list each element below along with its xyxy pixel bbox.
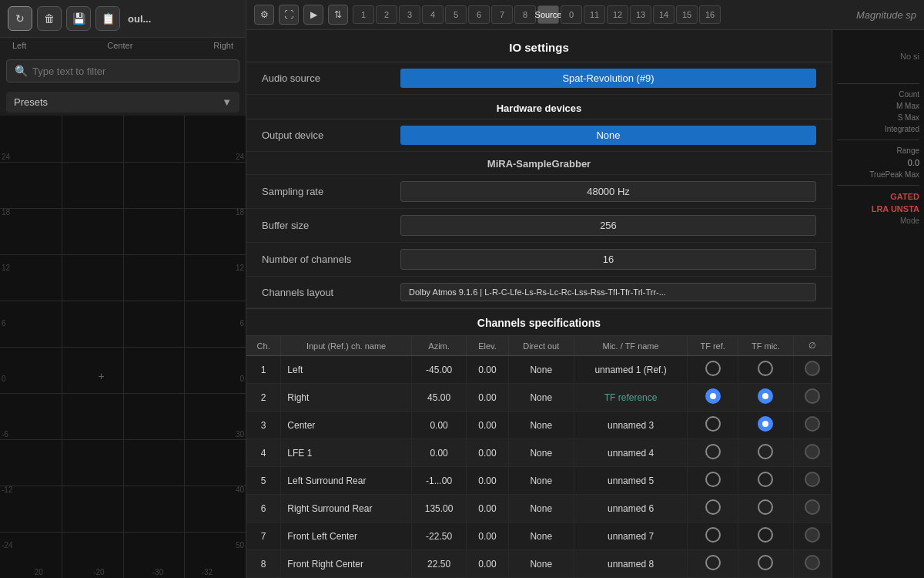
ch-tab-0[interactable]: 0 <box>561 5 582 24</box>
expand-icon[interactable]: ⛶ <box>279 5 299 25</box>
cell-direct: None <box>508 439 574 467</box>
cell-tf-mic[interactable] <box>738 523 794 550</box>
mute-circle[interactable] <box>805 361 820 376</box>
cell-mute[interactable] <box>793 356 831 384</box>
ch-tab-12[interactable]: 12 <box>607 5 628 24</box>
tf-ref-radio[interactable] <box>705 416 721 432</box>
refresh-button[interactable]: ↻ <box>8 6 32 31</box>
cell-name: Left Surround Rear <box>281 467 411 495</box>
tf-ref-radio[interactable] <box>705 527 721 543</box>
tf-mic-radio[interactable] <box>758 527 773 543</box>
arrows-icon[interactable]: ⇅ <box>328 5 348 25</box>
ch-tab-3[interactable]: 3 <box>399 5 420 24</box>
tf-mic-radio[interactable] <box>758 555 773 570</box>
cell-tf-ref[interactable] <box>688 523 738 550</box>
presets-dropdown[interactable]: Presets ▼ <box>6 92 239 113</box>
num-channels-row: Number of channels 16 <box>246 243 832 277</box>
settings-icon[interactable]: ⚙ <box>254 5 274 25</box>
cell-mic: unnamed 8 <box>574 550 687 578</box>
tf-ref-radio[interactable] <box>705 499 721 515</box>
cell-tf-mic[interactable] <box>738 412 794 439</box>
cell-tf-ref[interactable] <box>688 439 738 467</box>
mute-circle[interactable] <box>805 416 820 432</box>
channels-layout-label: Channels layout <box>262 287 400 298</box>
ch-tab-11[interactable]: 11 <box>584 5 605 24</box>
save-button[interactable]: 💾 <box>66 6 91 31</box>
tf-mic-radio[interactable] <box>758 388 773 404</box>
ch-tab-source[interactable]: Source <box>537 5 559 24</box>
copy-button[interactable]: 📋 <box>95 6 120 31</box>
tf-mic-radio[interactable] <box>758 499 773 515</box>
ch-tab-15[interactable]: 15 <box>676 5 698 24</box>
tf-ref-radio[interactable] <box>705 444 721 459</box>
mute-circle[interactable] <box>805 388 820 404</box>
cell-name: Front Right Center <box>281 550 411 578</box>
ch-tab-8[interactable]: 8 <box>514 5 536 24</box>
cell-ch: 6 <box>246 495 281 523</box>
mute-circle[interactable] <box>805 472 820 487</box>
mute-circle[interactable] <box>805 527 820 543</box>
cell-mute[interactable] <box>793 467 831 495</box>
cell-tf-ref[interactable] <box>688 412 738 439</box>
cell-tf-mic[interactable] <box>738 467 794 495</box>
count-label: Count <box>837 90 919 99</box>
cell-azim: -22.50 <box>411 523 467 550</box>
cell-tf-mic[interactable] <box>738 495 794 523</box>
io-settings-panel: IO settings Audio source Spat-Revolution… <box>246 30 832 578</box>
cell-tf-ref[interactable] <box>688 467 738 495</box>
buffer-size-label: Buffer size <box>262 220 400 231</box>
cell-tf-ref[interactable] <box>688 384 738 412</box>
tf-ref-radio[interactable] <box>705 361 721 376</box>
tf-mic-radio[interactable] <box>758 361 773 376</box>
tf-mic-radio[interactable] <box>758 444 773 459</box>
ch-tab-14[interactable]: 14 <box>653 5 675 24</box>
cell-mute[interactable] <box>793 495 831 523</box>
io-settings-title: IO settings <box>246 30 832 62</box>
cell-tf-mic[interactable] <box>738 384 794 412</box>
cell-mute[interactable] <box>793 523 831 550</box>
mute-circle[interactable] <box>805 499 820 515</box>
cell-ch: 2 <box>246 384 281 412</box>
search-input[interactable] <box>32 66 231 77</box>
table-row: 2 Right 45.00 0.00 None TF reference <box>246 384 832 412</box>
tf-ref-radio[interactable] <box>705 472 721 487</box>
cell-tf-ref[interactable] <box>688 356 738 384</box>
cell-azim: 45.00 <box>411 384 467 412</box>
tf-ref-radio[interactable] <box>705 555 721 570</box>
mode-label: Mode <box>837 217 919 225</box>
col-direct: Direct out <box>508 336 574 356</box>
audio-source-value[interactable]: Spat-Revolution (#9) <box>400 69 816 88</box>
tf-mic-radio[interactable] <box>758 416 773 432</box>
mute-circle[interactable] <box>805 444 820 459</box>
cell-tf-mic[interactable] <box>738 550 794 578</box>
ch-tab-2[interactable]: 2 <box>376 5 397 24</box>
ch-tab-16[interactable]: 16 <box>699 5 721 24</box>
output-device-value[interactable]: None <box>400 126 816 145</box>
cell-mute[interactable] <box>793 412 831 439</box>
delete-button[interactable]: 🗑 <box>37 6 62 31</box>
col-mic: Mic. / TF name <box>574 336 687 356</box>
cell-azim: -45.00 <box>411 356 467 384</box>
ch-tab-1[interactable]: 1 <box>353 5 374 24</box>
buffer-size-row: Buffer size 256 <box>246 209 832 243</box>
cell-tf-ref[interactable] <box>688 495 738 523</box>
channel-tabs: 1 2 3 4 5 6 7 8 Source 0 11 12 13 14 15 … <box>353 5 721 24</box>
cell-mute[interactable] <box>793 439 831 467</box>
ch-tab-13[interactable]: 13 <box>630 5 651 24</box>
ch-tab-5[interactable]: 5 <box>445 5 467 24</box>
left-panel: ↻ 🗑 💾 📋 oul... Left Center Right 🔍 Prese… <box>0 0 246 578</box>
audio-source-label: Audio source <box>262 72 400 84</box>
tf-mic-radio[interactable] <box>758 472 773 487</box>
cell-tf-ref[interactable] <box>688 550 738 578</box>
ch-tab-6[interactable]: 6 <box>468 5 490 24</box>
cell-tf-mic[interactable] <box>738 356 794 384</box>
mute-circle[interactable] <box>805 555 820 570</box>
ch-tab-7[interactable]: 7 <box>491 5 513 24</box>
cell-mute[interactable] <box>793 384 831 412</box>
table-row: 4 LFE 1 0.00 0.00 None unnamed 4 <box>246 439 832 467</box>
cell-tf-mic[interactable] <box>738 439 794 467</box>
cell-mute[interactable] <box>793 550 831 578</box>
play-icon[interactable]: ▶ <box>303 5 323 25</box>
ch-tab-4[interactable]: 4 <box>422 5 444 24</box>
tf-ref-radio[interactable] <box>705 388 721 404</box>
